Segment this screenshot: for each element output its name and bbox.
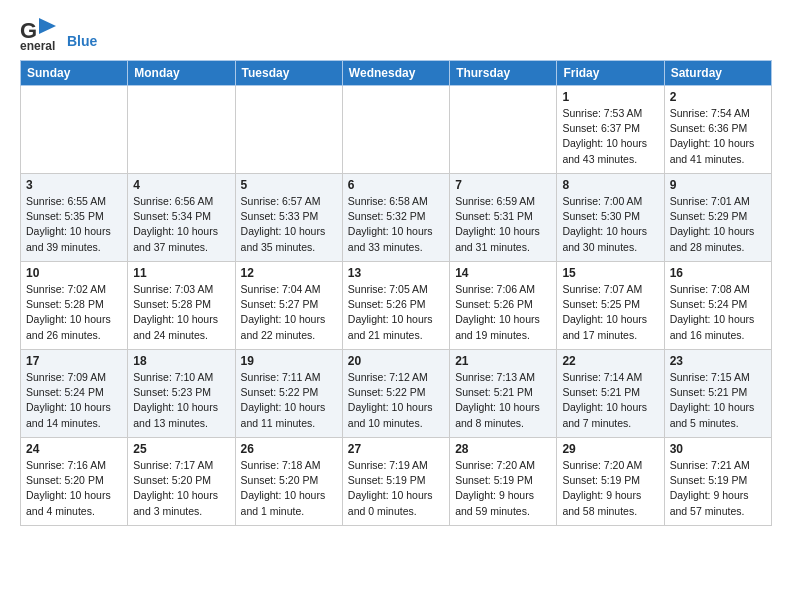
day-info: Sunrise: 7:07 AM Sunset: 5:25 PM Dayligh… <box>562 282 658 343</box>
day-info: Sunrise: 7:05 AM Sunset: 5:26 PM Dayligh… <box>348 282 444 343</box>
day-info: Sunrise: 7:15 AM Sunset: 5:21 PM Dayligh… <box>670 370 766 431</box>
logo-blue-text: Blue <box>67 34 97 48</box>
weekday-header: Sunday <box>21 61 128 86</box>
day-number: 25 <box>133 442 229 456</box>
calendar-week-row: 17Sunrise: 7:09 AM Sunset: 5:24 PM Dayli… <box>21 350 772 438</box>
calendar-cell: 5Sunrise: 6:57 AM Sunset: 5:33 PM Daylig… <box>235 174 342 262</box>
calendar-cell: 4Sunrise: 6:56 AM Sunset: 5:34 PM Daylig… <box>128 174 235 262</box>
calendar-body: 1Sunrise: 7:53 AM Sunset: 6:37 PM Daylig… <box>21 86 772 526</box>
header: G eneral Blue <box>20 16 772 52</box>
calendar-cell: 10Sunrise: 7:02 AM Sunset: 5:28 PM Dayli… <box>21 262 128 350</box>
day-number: 20 <box>348 354 444 368</box>
day-info: Sunrise: 7:01 AM Sunset: 5:29 PM Dayligh… <box>670 194 766 255</box>
calendar-cell: 1Sunrise: 7:53 AM Sunset: 6:37 PM Daylig… <box>557 86 664 174</box>
day-number: 1 <box>562 90 658 104</box>
day-info: Sunrise: 7:20 AM Sunset: 5:19 PM Dayligh… <box>455 458 551 519</box>
calendar-cell: 17Sunrise: 7:09 AM Sunset: 5:24 PM Dayli… <box>21 350 128 438</box>
logo: G eneral Blue <box>20 16 97 52</box>
day-info: Sunrise: 7:53 AM Sunset: 6:37 PM Dayligh… <box>562 106 658 167</box>
weekday-header: Thursday <box>450 61 557 86</box>
day-info: Sunrise: 7:06 AM Sunset: 5:26 PM Dayligh… <box>455 282 551 343</box>
day-info: Sunrise: 7:14 AM Sunset: 5:21 PM Dayligh… <box>562 370 658 431</box>
calendar-cell <box>128 86 235 174</box>
calendar-cell: 12Sunrise: 7:04 AM Sunset: 5:27 PM Dayli… <box>235 262 342 350</box>
calendar-cell: 28Sunrise: 7:20 AM Sunset: 5:19 PM Dayli… <box>450 438 557 526</box>
calendar-cell <box>450 86 557 174</box>
calendar-week-row: 1Sunrise: 7:53 AM Sunset: 6:37 PM Daylig… <box>21 86 772 174</box>
day-info: Sunrise: 7:09 AM Sunset: 5:24 PM Dayligh… <box>26 370 122 431</box>
day-number: 11 <box>133 266 229 280</box>
day-number: 27 <box>348 442 444 456</box>
calendar-cell: 20Sunrise: 7:12 AM Sunset: 5:22 PM Dayli… <box>342 350 449 438</box>
day-number: 14 <box>455 266 551 280</box>
calendar-cell <box>342 86 449 174</box>
calendar-cell <box>21 86 128 174</box>
calendar-cell: 7Sunrise: 6:59 AM Sunset: 5:31 PM Daylig… <box>450 174 557 262</box>
calendar-week-row: 3Sunrise: 6:55 AM Sunset: 5:35 PM Daylig… <box>21 174 772 262</box>
calendar-cell: 2Sunrise: 7:54 AM Sunset: 6:36 PM Daylig… <box>664 86 771 174</box>
calendar-cell: 26Sunrise: 7:18 AM Sunset: 5:20 PM Dayli… <box>235 438 342 526</box>
day-info: Sunrise: 7:12 AM Sunset: 5:22 PM Dayligh… <box>348 370 444 431</box>
day-info: Sunrise: 7:19 AM Sunset: 5:19 PM Dayligh… <box>348 458 444 519</box>
day-info: Sunrise: 6:56 AM Sunset: 5:34 PM Dayligh… <box>133 194 229 255</box>
calendar-cell: 6Sunrise: 6:58 AM Sunset: 5:32 PM Daylig… <box>342 174 449 262</box>
day-info: Sunrise: 7:13 AM Sunset: 5:21 PM Dayligh… <box>455 370 551 431</box>
calendar-week-row: 24Sunrise: 7:16 AM Sunset: 5:20 PM Dayli… <box>21 438 772 526</box>
day-info: Sunrise: 7:00 AM Sunset: 5:30 PM Dayligh… <box>562 194 658 255</box>
day-info: Sunrise: 7:08 AM Sunset: 5:24 PM Dayligh… <box>670 282 766 343</box>
day-info: Sunrise: 7:04 AM Sunset: 5:27 PM Dayligh… <box>241 282 337 343</box>
logo-svg: G eneral <box>20 16 64 52</box>
calendar-table: SundayMondayTuesdayWednesdayThursdayFrid… <box>20 60 772 526</box>
calendar-cell: 13Sunrise: 7:05 AM Sunset: 5:26 PM Dayli… <box>342 262 449 350</box>
calendar-cell: 11Sunrise: 7:03 AM Sunset: 5:28 PM Dayli… <box>128 262 235 350</box>
day-info: Sunrise: 7:16 AM Sunset: 5:20 PM Dayligh… <box>26 458 122 519</box>
day-info: Sunrise: 7:02 AM Sunset: 5:28 PM Dayligh… <box>26 282 122 343</box>
day-number: 19 <box>241 354 337 368</box>
logo-graphic: G eneral Blue <box>20 16 97 52</box>
day-number: 22 <box>562 354 658 368</box>
day-info: Sunrise: 7:03 AM Sunset: 5:28 PM Dayligh… <box>133 282 229 343</box>
day-info: Sunrise: 7:54 AM Sunset: 6:36 PM Dayligh… <box>670 106 766 167</box>
day-number: 2 <box>670 90 766 104</box>
calendar-cell: 16Sunrise: 7:08 AM Sunset: 5:24 PM Dayli… <box>664 262 771 350</box>
day-info: Sunrise: 7:18 AM Sunset: 5:20 PM Dayligh… <box>241 458 337 519</box>
header-row: SundayMondayTuesdayWednesdayThursdayFrid… <box>21 61 772 86</box>
weekday-header: Saturday <box>664 61 771 86</box>
calendar-week-row: 10Sunrise: 7:02 AM Sunset: 5:28 PM Dayli… <box>21 262 772 350</box>
day-number: 24 <box>26 442 122 456</box>
day-info: Sunrise: 6:59 AM Sunset: 5:31 PM Dayligh… <box>455 194 551 255</box>
day-info: Sunrise: 7:17 AM Sunset: 5:20 PM Dayligh… <box>133 458 229 519</box>
day-number: 28 <box>455 442 551 456</box>
day-info: Sunrise: 6:57 AM Sunset: 5:33 PM Dayligh… <box>241 194 337 255</box>
calendar-cell: 15Sunrise: 7:07 AM Sunset: 5:25 PM Dayli… <box>557 262 664 350</box>
day-number: 26 <box>241 442 337 456</box>
calendar-cell: 18Sunrise: 7:10 AM Sunset: 5:23 PM Dayli… <box>128 350 235 438</box>
day-number: 3 <box>26 178 122 192</box>
day-number: 29 <box>562 442 658 456</box>
day-info: Sunrise: 7:10 AM Sunset: 5:23 PM Dayligh… <box>133 370 229 431</box>
calendar-header: SundayMondayTuesdayWednesdayThursdayFrid… <box>21 61 772 86</box>
day-info: Sunrise: 7:21 AM Sunset: 5:19 PM Dayligh… <box>670 458 766 519</box>
day-number: 6 <box>348 178 444 192</box>
calendar-cell: 25Sunrise: 7:17 AM Sunset: 5:20 PM Dayli… <box>128 438 235 526</box>
day-number: 15 <box>562 266 658 280</box>
day-number: 5 <box>241 178 337 192</box>
calendar-cell: 23Sunrise: 7:15 AM Sunset: 5:21 PM Dayli… <box>664 350 771 438</box>
day-number: 16 <box>670 266 766 280</box>
day-number: 12 <box>241 266 337 280</box>
weekday-header: Wednesday <box>342 61 449 86</box>
calendar-cell: 29Sunrise: 7:20 AM Sunset: 5:19 PM Dayli… <box>557 438 664 526</box>
page-container: G eneral Blue SundayMondayTuesdayWednesd… <box>0 0 792 542</box>
calendar-cell: 8Sunrise: 7:00 AM Sunset: 5:30 PM Daylig… <box>557 174 664 262</box>
day-info: Sunrise: 7:11 AM Sunset: 5:22 PM Dayligh… <box>241 370 337 431</box>
svg-marker-1 <box>39 18 56 34</box>
day-number: 13 <box>348 266 444 280</box>
calendar-cell <box>235 86 342 174</box>
calendar-cell: 14Sunrise: 7:06 AM Sunset: 5:26 PM Dayli… <box>450 262 557 350</box>
weekday-header: Monday <box>128 61 235 86</box>
day-info: Sunrise: 6:58 AM Sunset: 5:32 PM Dayligh… <box>348 194 444 255</box>
day-number: 10 <box>26 266 122 280</box>
day-number: 8 <box>562 178 658 192</box>
day-number: 18 <box>133 354 229 368</box>
calendar-cell: 30Sunrise: 7:21 AM Sunset: 5:19 PM Dayli… <box>664 438 771 526</box>
